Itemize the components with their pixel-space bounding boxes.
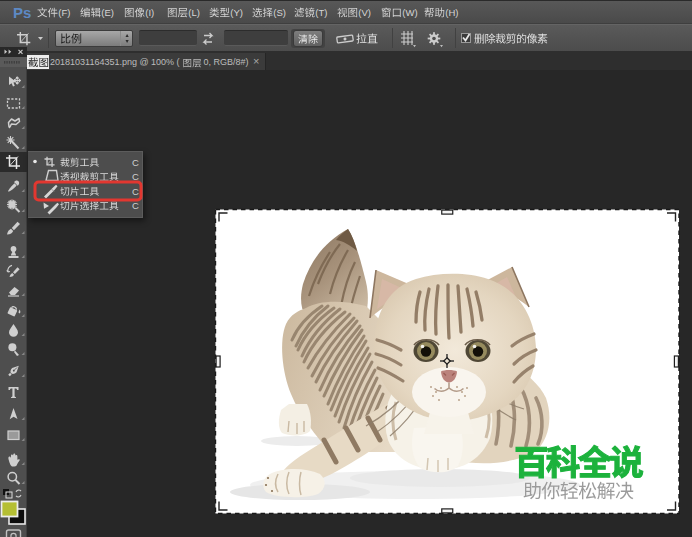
svg-text:(L): (L): [188, 7, 200, 18]
svg-text:(I): (I): [145, 7, 154, 18]
svg-text:(F): (F): [58, 7, 70, 18]
svg-text:(V): (V): [358, 7, 371, 18]
svg-text:C: C: [132, 157, 139, 168]
svg-text:(H): (H): [445, 7, 458, 18]
svg-text:(W): (W): [402, 7, 417, 18]
svg-text:(Y): (Y): [230, 7, 243, 18]
svg-text:(E): (E): [101, 7, 114, 18]
svg-text:C: C: [132, 200, 139, 211]
svg-text:(T): (T): [315, 7, 327, 18]
svg-text:C: C: [132, 186, 139, 197]
svg-text:(S): (S): [273, 7, 286, 18]
